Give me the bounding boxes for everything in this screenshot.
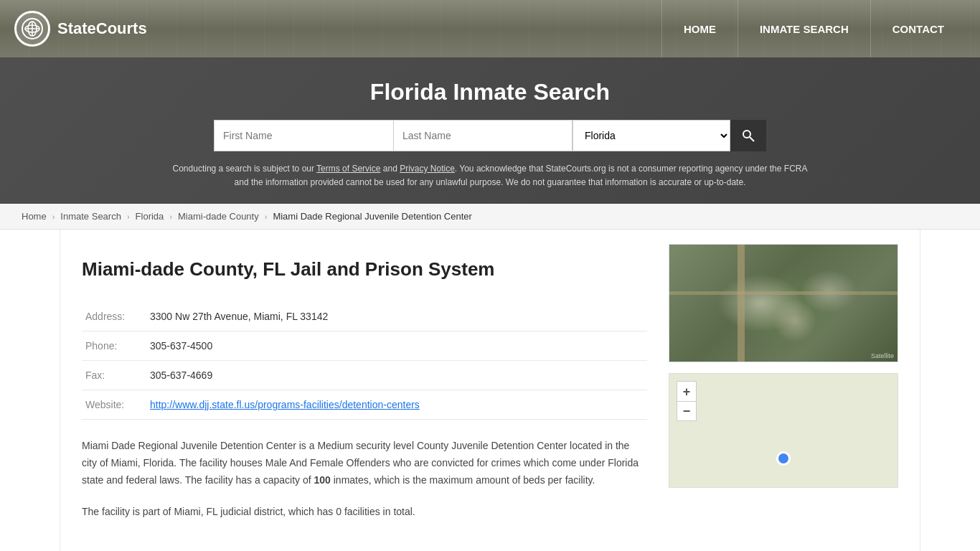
fax-label: Fax: [82,361,146,390]
address-value: 3300 Nw 27th Avenue, Miami, FL 33142 [146,302,647,331]
svg-rect-24 [824,255,888,291]
facility-info-table: Address: 3300 Nw 27th Avenue, Miami, FL … [82,302,647,420]
description-1: Miami Dade Regional Juvenile Detention C… [82,438,647,489]
breadcrumb-home[interactable]: Home [22,211,47,222]
last-name-input[interactable] [393,120,573,151]
search-button[interactable] [730,120,766,151]
svg-rect-12 [712,245,716,362]
svg-rect-15 [752,255,806,291]
svg-rect-10 [741,245,747,362]
first-name-input[interactable] [214,120,393,151]
svg-point-21 [802,302,824,324]
facility-map: + − [669,373,898,488]
desc1-after: inmates, which is the maximum amount of … [331,474,595,486]
website-row: Website: http://www.djj.state.fl.us/prog… [82,390,647,420]
svg-rect-14 [684,259,705,288]
breadcrumb: Home › Inmate Search › Florida › Miami-d… [0,204,980,230]
map-zoom-in[interactable]: + [677,381,697,401]
disclaimer-text: Conducting a search is subject to our Te… [167,162,813,189]
breadcrumb-sep-4: › [265,212,268,221]
svg-rect-11 [813,245,817,362]
description-2: The facility is part of Miami, FL judici… [82,504,647,521]
svg-line-6 [750,137,754,141]
content-layout: Miami-dade County, FL Jail and Prison Sy… [82,244,898,534]
address-label: Address: [82,302,146,331]
svg-rect-8 [669,295,898,301]
svg-rect-13 [680,255,709,291]
site-header: StateCourts HOME INMATE SEARCH CONTACT [0,0,980,57]
fax-row: Fax: 305-637-4669 [82,361,647,390]
image-credit: Satellite [871,352,894,359]
map-marker [776,451,791,466]
svg-point-5 [743,131,750,138]
site-logo-text: StateCourts [57,19,147,38]
svg-rect-16 [755,259,777,273]
nav-inmate-search[interactable]: INMATE SEARCH [738,0,870,57]
breadcrumb-florida[interactable]: Florida [136,211,164,222]
svg-rect-18 [755,276,802,289]
map-zoom-out[interactable]: − [677,401,697,421]
breadcrumb-sep-1: › [52,212,55,221]
phone-row: Phone: 305-637-4500 [82,331,647,361]
disclaimer-and: and [380,164,400,174]
logo-icon [14,11,50,47]
breadcrumb-miami-dade[interactable]: Miami-dade County [178,211,259,222]
website-link[interactable]: http://www.djj.state.fl.us/programs-faci… [150,399,420,410]
website-value: http://www.djj.state.fl.us/programs-faci… [146,390,647,420]
svg-rect-9 [669,324,898,328]
search-bar: Select State AlabamaAlaskaArizonaArkansa… [14,120,966,151]
terms-link[interactable]: Terms of Service [316,164,380,174]
svg-point-22 [806,306,820,320]
disclaimer-before: Conducting a search is subject to our [173,164,317,174]
map-background [669,374,897,487]
hero-title: Florida Inmate Search [14,79,966,105]
phone-value: 305-637-4500 [146,331,647,361]
svg-rect-26 [680,331,738,356]
breadcrumb-current: Miami Dade Regional Juvenile Detention C… [273,211,471,222]
phone-label: Phone: [82,331,146,361]
content-right: Satellite [669,244,898,534]
nav-contact[interactable]: CONTACT [870,0,966,57]
content-left: Miami-dade County, FL Jail and Prison Sy… [82,244,647,534]
address-row: Address: 3300 Nw 27th Avenue, Miami, FL … [82,302,647,331]
privacy-link[interactable]: Privacy Notice [400,164,455,174]
aerial-svg [669,245,898,362]
facility-heading: Miami-dade County, FL Jail and Prison Sy… [82,258,647,281]
website-label: Website: [82,390,146,420]
state-select[interactable]: Select State AlabamaAlaskaArizonaArkansa… [573,120,730,151]
svg-rect-17 [781,259,802,273]
svg-rect-25 [827,259,885,288]
map-controls: + − [677,381,697,421]
svg-point-19 [770,298,798,327]
breadcrumb-sep-3: › [169,212,172,221]
hero-section: Florida Inmate Search Select State Alaba… [0,57,980,204]
svg-rect-7 [669,245,898,362]
breadcrumb-sep-2: › [127,212,130,221]
svg-point-20 [773,302,795,324]
svg-rect-23 [680,302,709,320]
facility-aerial-image: Satellite [669,244,898,362]
logo-area: StateCourts [14,11,147,47]
svg-rect-27 [824,302,888,324]
main-nav: HOME INMATE SEARCH CONTACT [661,0,966,57]
main-content: Miami-dade County, FL Jail and Prison Sy… [60,230,920,551]
facility-capacity: 100 [314,474,330,486]
search-icon [741,128,755,143]
fax-value: 305-637-4669 [146,361,647,390]
nav-home[interactable]: HOME [661,0,738,57]
breadcrumb-inmate-search[interactable]: Inmate Search [60,211,121,222]
